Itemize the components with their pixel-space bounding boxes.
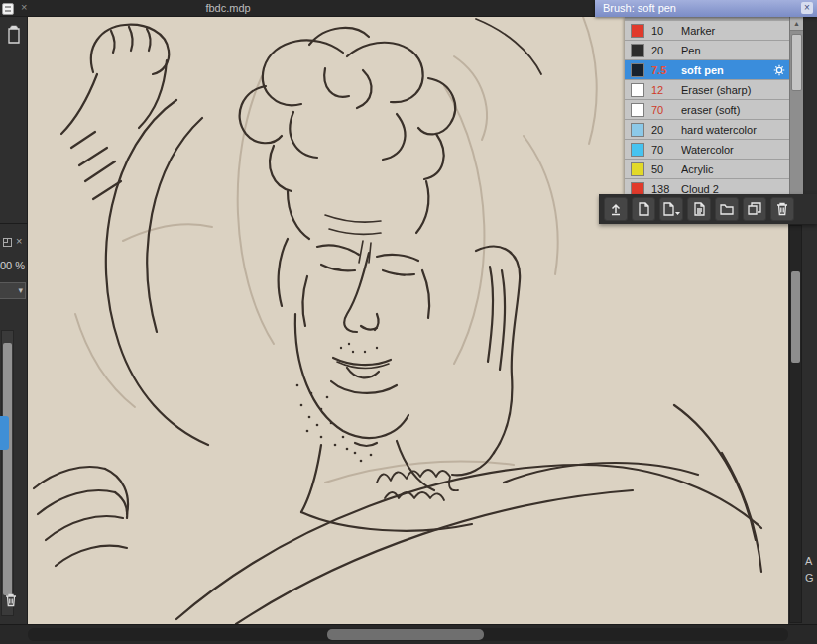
left-panel-scrollbar[interactable] — [1, 330, 14, 616]
delete-brush-icon[interactable] — [770, 197, 794, 221]
canvas-hscrollbar[interactable] — [28, 628, 788, 641]
brush-row[interactable]: 20 hard watercolor — [625, 120, 789, 140]
brush-row[interactable]: 50 Acrylic — [625, 160, 789, 179]
left-toolbar: × 00 % ▾ — [0, 17, 28, 624]
scrollbar-thumb[interactable] — [791, 271, 800, 363]
brush-row[interactable]: 12 Eraser (sharp) — [625, 80, 789, 100]
brush-size: 20 — [651, 124, 681, 136]
clipboard-icon[interactable] — [5, 25, 23, 45]
close-icon[interactable]: × — [801, 2, 813, 14]
zoom-dropdown[interactable]: ▾ — [0, 282, 26, 299]
gear-icon[interactable] — [772, 63, 786, 77]
selected-item-fragment[interactable] — [0, 416, 9, 450]
brush-name: Watercolor — [681, 144, 789, 156]
brush-color-swatch — [631, 24, 644, 38]
brush-folder-icon[interactable] — [715, 197, 739, 221]
canvas-vscrollbar[interactable] — [789, 225, 802, 623]
scrollbar-thumb[interactable] — [791, 34, 802, 91]
brush-properties-icon[interactable] — [687, 197, 711, 221]
brush-size: 10 — [651, 25, 681, 37]
brush-color-swatch — [631, 63, 644, 77]
document-title: fbdc.mdp — [129, 2, 327, 14]
brush-color-swatch — [631, 182, 644, 195]
scroll-up-icon[interactable]: ▲ — [790, 17, 803, 31]
brush-color-swatch — [631, 44, 644, 57]
brush-color-swatch — [631, 143, 644, 157]
trash-icon[interactable] — [3, 592, 21, 610]
brush-row[interactable]: 70 Watercolor — [625, 140, 789, 160]
brush-size: 20 — [651, 45, 681, 56]
brush-size: 138 — [651, 183, 681, 195]
brush-name: Cloud 2 — [681, 183, 789, 195]
panel-label-fragment: G — [805, 572, 814, 584]
bottom-scrollbar-area — [0, 624, 817, 644]
scrollbar-thumb[interactable] — [3, 343, 12, 595]
new-brush-icon[interactable] — [632, 197, 655, 221]
brush-row[interactable]: 20 Pen — [625, 41, 789, 60]
add-brush-upload-icon[interactable] — [604, 197, 628, 221]
brush-name: Acrylic — [681, 163, 789, 175]
brush-row[interactable]: 10 Marker — [625, 21, 789, 41]
brush-color-swatch — [631, 83, 644, 97]
panel-label-fragment: A — [805, 555, 812, 567]
brush-size: 70 — [651, 104, 681, 116]
brush-panel-title: Brush: soft pen — [603, 2, 676, 14]
brush-name: Marker — [681, 25, 789, 37]
brush-size: 12 — [651, 84, 681, 96]
brush-row[interactable]: 138 Cloud 2 — [625, 179, 789, 194]
brush-panel-body: 10 Marker 20 Pen 7.5 soft pen 12 Eraser … — [625, 17, 803, 194]
brush-name: Eraser (sharp) — [681, 84, 789, 96]
panel-tab-icon[interactable] — [2, 3, 14, 15]
app-window: × fbdc.mdp × 00 % ▾ — [0, 0, 817, 644]
brush-toolbar — [599, 194, 817, 224]
dock-panel-icon[interactable] — [3, 238, 12, 247]
chevron-down-icon: ▾ — [18, 285, 23, 295]
brush-row-selected[interactable]: 7.5 soft pen — [625, 60, 789, 80]
brush-color-swatch — [631, 123, 644, 137]
brush-size: 70 — [651, 144, 681, 156]
divider — [0, 223, 28, 224]
new-brush-menu-icon[interactable] — [659, 197, 683, 221]
scrollbar-thumb[interactable] — [327, 629, 484, 640]
brush-color-swatch — [631, 103, 644, 117]
close-icon[interactable]: × — [16, 235, 22, 247]
panel-edge — [803, 17, 817, 224]
brush-size: 50 — [651, 163, 681, 175]
brush-list-scrollbar[interactable]: ▲ — [789, 17, 803, 194]
brush-size: 7.5 — [651, 64, 681, 76]
duplicate-brush-icon[interactable] — [743, 197, 766, 221]
right-panel-strip: A G — [788, 224, 817, 624]
close-icon[interactable]: × — [21, 1, 27, 13]
brush-name: Pen — [681, 45, 789, 56]
brush-color-swatch — [631, 162, 644, 176]
brush-name: eraser (soft) — [681, 104, 789, 116]
brush-name: hard watercolor — [681, 124, 789, 136]
brush-panel-header[interactable]: Brush: soft pen × — [595, 0, 817, 17]
brush-row[interactable]: 70 eraser (soft) — [625, 100, 789, 120]
zoom-value: 00 % — [0, 260, 25, 271]
